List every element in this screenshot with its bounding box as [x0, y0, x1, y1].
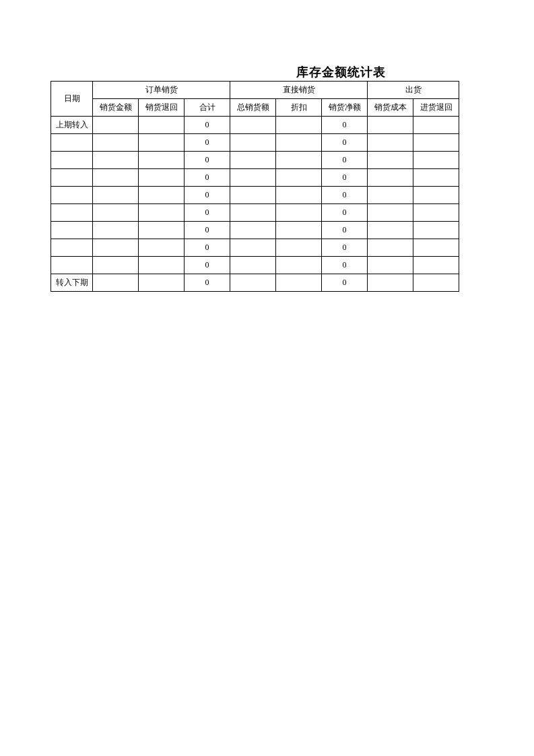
cell: 0	[185, 222, 230, 239]
cell	[413, 239, 459, 257]
cell	[230, 204, 276, 222]
header-cogs: 销货成本	[368, 99, 413, 117]
cell	[413, 204, 459, 222]
cell	[230, 187, 276, 204]
cell-date: 上期转入	[51, 117, 93, 134]
cell: 0	[185, 257, 230, 274]
header-date: 日期	[51, 82, 93, 117]
cell	[276, 222, 322, 239]
cell	[139, 134, 185, 152]
header-group-order-sales: 订单销货	[93, 82, 230, 99]
cell	[276, 187, 322, 204]
header-sales-return: 销货退回	[139, 99, 185, 117]
cell: 0	[185, 169, 230, 187]
cell	[276, 257, 322, 274]
cell: 0	[322, 239, 368, 257]
table-row: 0 0	[51, 257, 459, 274]
page: 库存金额统计表 日期 订单销货 直接销货 出货 销货金额 销货退回 合计 总销货…	[0, 0, 534, 756]
header-gross-sales: 总销货额	[230, 99, 276, 117]
cell: 0	[185, 152, 230, 169]
cell	[368, 187, 413, 204]
cell	[93, 222, 139, 239]
cell: 0	[322, 204, 368, 222]
cell: 0	[185, 239, 230, 257]
cell-date	[51, 222, 93, 239]
cell	[230, 222, 276, 239]
cell	[368, 239, 413, 257]
header-group-direct-sales: 直接销货	[230, 82, 368, 99]
cell	[413, 187, 459, 204]
header-discount: 折扣	[276, 99, 322, 117]
cell	[93, 169, 139, 187]
cell	[276, 169, 322, 187]
cell-date	[51, 204, 93, 222]
table-row: 0 0	[51, 152, 459, 169]
table-header-row-1: 日期 订单销货 直接销货 出货	[51, 82, 459, 99]
cell-date: 转入下期	[51, 274, 93, 292]
cell	[230, 152, 276, 169]
cell	[368, 204, 413, 222]
header-total: 合计	[185, 99, 230, 117]
cell-date	[51, 134, 93, 152]
cell: 0	[322, 222, 368, 239]
table-row: 0 0	[51, 187, 459, 204]
table-row: 0 0	[51, 134, 459, 152]
cell	[413, 274, 459, 292]
cell: 0	[185, 187, 230, 204]
cell	[413, 169, 459, 187]
cell	[276, 204, 322, 222]
page-title: 库存金额统计表	[296, 65, 386, 79]
header-sales-amount: 销货金额	[93, 99, 139, 117]
cell: 0	[322, 187, 368, 204]
cell	[139, 169, 185, 187]
cell: 0	[185, 117, 230, 134]
cell	[139, 152, 185, 169]
cell: 0	[322, 152, 368, 169]
cell	[368, 222, 413, 239]
cell	[139, 257, 185, 274]
cell: 0	[322, 117, 368, 134]
cell	[139, 274, 185, 292]
cell	[139, 117, 185, 134]
cell	[413, 117, 459, 134]
cell: 0	[322, 134, 368, 152]
table-row: 0 0	[51, 204, 459, 222]
cell	[230, 117, 276, 134]
table-row: 0 0	[51, 169, 459, 187]
cell	[93, 257, 139, 274]
cell-date	[51, 152, 93, 169]
cell	[230, 257, 276, 274]
cell	[368, 169, 413, 187]
header-net-sales: 销货净额	[322, 99, 368, 117]
cell	[368, 134, 413, 152]
cell	[276, 152, 322, 169]
cell-date	[51, 169, 93, 187]
cell-date	[51, 257, 93, 274]
page-title-wrapper: 库存金额统计表	[0, 64, 534, 80]
table-header-row-2: 销货金额 销货退回 合计 总销货额 折扣 销货净额 销货成本 进货退回	[51, 99, 459, 117]
cell: 0	[185, 274, 230, 292]
cell: 0	[185, 204, 230, 222]
cell	[230, 134, 276, 152]
table-row: 0 0	[51, 239, 459, 257]
cell	[93, 117, 139, 134]
table-body: 上期转入 0 0 0 0	[51, 117, 459, 292]
inventory-table: 日期 订单销货 直接销货 出货 销货金额 销货退回 合计 总销货额 折扣 销货净…	[51, 81, 459, 292]
cell	[368, 274, 413, 292]
cell	[276, 239, 322, 257]
cell	[413, 222, 459, 239]
cell	[276, 134, 322, 152]
header-group-shipment: 出货	[368, 82, 459, 99]
table-row: 转入下期 0 0	[51, 274, 459, 292]
cell	[368, 117, 413, 134]
cell	[93, 274, 139, 292]
cell-date	[51, 239, 93, 257]
table-row: 上期转入 0 0	[51, 117, 459, 134]
cell-date	[51, 187, 93, 204]
cell	[230, 274, 276, 292]
cell	[93, 187, 139, 204]
cell	[139, 187, 185, 204]
cell	[368, 257, 413, 274]
cell	[413, 134, 459, 152]
cell	[413, 152, 459, 169]
